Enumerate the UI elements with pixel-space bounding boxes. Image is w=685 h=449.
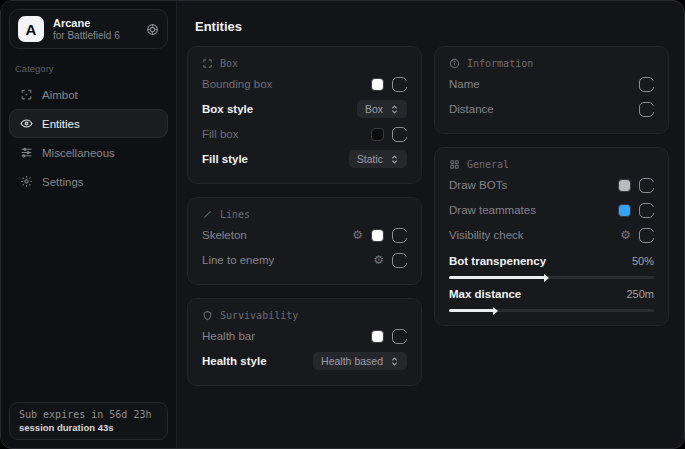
setting-label: Name (449, 78, 480, 90)
health-style-dropdown[interactable]: Health based (313, 352, 407, 370)
section-header: Survivability (220, 310, 298, 321)
distance-checkbox[interactable] (639, 102, 654, 117)
setting-row-box-style: Box style Box (202, 98, 407, 120)
setting-label: Health style (202, 355, 267, 367)
setting-row-draw-bots: Draw BOTs (449, 174, 654, 196)
app-title: Arcane (53, 17, 137, 30)
panel-lines: Lines Skeleton ⚙ Line to enemy (187, 197, 422, 285)
bot-transparency-slider[interactable] (449, 276, 654, 279)
sidebar-item-label: Miscellaneous (42, 147, 115, 159)
setting-label: Max distance (449, 288, 521, 300)
setting-row-bot-transparency: Bot transpenency 50% (449, 252, 654, 279)
sidebar-item-settings[interactable]: Settings (9, 167, 168, 196)
setting-row-fill-box: Fill box (202, 123, 407, 145)
shield-icon (202, 310, 213, 321)
setting-label: Distance (449, 103, 494, 115)
session-duration-text: session duration 43s (19, 422, 158, 433)
dropdown-value: Box (365, 103, 383, 115)
section-header: Information (467, 58, 533, 69)
page-title: Entities (195, 19, 669, 34)
dropdown-value: Static (357, 153, 383, 165)
line-to-enemy-checkbox[interactable] (392, 253, 407, 268)
setting-row-skeleton: Skeleton ⚙ (202, 224, 407, 246)
color-swatch[interactable] (618, 204, 631, 217)
draw-teammates-checkbox[interactable] (639, 203, 654, 218)
line-config-gear-icon[interactable]: ⚙ (373, 254, 384, 266)
health-bar-checkbox[interactable] (392, 329, 407, 344)
sidebar-item-label: Entities (42, 118, 80, 130)
lifebuoy-icon[interactable] (146, 23, 159, 36)
box-style-dropdown[interactable]: Box (357, 100, 407, 118)
section-header: Lines (220, 209, 250, 220)
sidebar-item-label: Aimbot (42, 89, 78, 101)
setting-label: Visibility check (449, 229, 524, 241)
setting-label: Draw teammates (449, 204, 536, 216)
visibility-check-checkbox[interactable] (639, 228, 654, 243)
slider-value: 50% (632, 255, 654, 267)
fill-style-dropdown[interactable]: Static (349, 150, 407, 168)
panel-information: Information Name Distance (434, 46, 669, 134)
sidebar-item-label: Settings (42, 176, 84, 188)
unfold-icon (390, 104, 399, 115)
app-logo-card: A Arcane for Battlefield 6 (9, 9, 168, 49)
color-swatch[interactable] (371, 128, 384, 141)
setting-label: Fill style (202, 153, 248, 165)
setting-label: Draw BOTs (449, 179, 507, 191)
setting-label: Line to enemy (202, 254, 274, 266)
sliders-icon (19, 146, 33, 159)
dropdown-value: Health based (321, 355, 383, 367)
skeleton-config-gear-icon[interactable]: ⚙ (352, 229, 363, 241)
setting-row-name: Name (449, 73, 654, 95)
setting-row-draw-teammates: Draw teammates (449, 199, 654, 221)
setting-label: Health bar (202, 330, 255, 342)
setting-label: Skeleton (202, 229, 247, 241)
setting-row-health-style: Health style Health based (202, 350, 407, 372)
name-checkbox[interactable] (639, 77, 654, 92)
color-swatch[interactable] (618, 179, 631, 192)
gear-icon (19, 175, 33, 188)
color-swatch[interactable] (371, 330, 384, 343)
fill-box-checkbox[interactable] (392, 127, 407, 142)
panel-box: Box Bounding box Box style (187, 46, 422, 184)
color-swatch[interactable] (371, 78, 384, 91)
app-logo: A (18, 16, 44, 42)
line-icon (202, 209, 213, 220)
setting-row-line-to-enemy: Line to enemy ⚙ (202, 249, 407, 271)
section-header: Box (220, 58, 238, 69)
setting-row-bounding-box: Bounding box (202, 73, 407, 95)
crosshair-icon (19, 88, 33, 101)
slider-value: 250m (626, 288, 654, 300)
setting-row-distance: Distance (449, 98, 654, 120)
panel-general: General Draw BOTs Draw teammates (434, 147, 669, 326)
max-distance-slider[interactable] (449, 309, 654, 312)
sidebar: A Arcane for Battlefield 6 Category Aimb (1, 1, 177, 448)
setting-label: Bot transpenency (449, 255, 546, 267)
sidebar-item-miscellaneous[interactable]: Miscellaneous (9, 138, 168, 167)
info-icon (449, 58, 460, 69)
section-header: General (467, 159, 509, 170)
skeleton-checkbox[interactable] (392, 228, 407, 243)
visibility-config-gear-icon[interactable]: ⚙ (620, 229, 631, 241)
draw-bots-checkbox[interactable] (639, 178, 654, 193)
sub-expires-text: Sub expires in 56d 23h (19, 409, 158, 420)
subscription-info-box: Sub expires in 56d 23h session duration … (9, 402, 168, 440)
sidebar-item-aimbot[interactable]: Aimbot (9, 80, 168, 109)
app-window: A Arcane for Battlefield 6 Category Aimb (0, 0, 685, 449)
box-scan-icon (202, 58, 213, 69)
unfold-icon (390, 154, 399, 165)
category-label: Category (15, 63, 162, 74)
sidebar-item-entities[interactable]: Entities (9, 109, 168, 138)
setting-label: Fill box (202, 128, 238, 140)
main-content: Entities Box Bounding box (177, 1, 684, 448)
eye-icon (19, 117, 33, 130)
color-swatch[interactable] (371, 229, 384, 242)
bounding-box-checkbox[interactable] (392, 77, 407, 92)
setting-row-max-distance: Max distance 250m (449, 285, 654, 312)
slider-fill (449, 276, 545, 279)
setting-label: Bounding box (202, 78, 272, 90)
setting-row-fill-style: Fill style Static (202, 148, 407, 170)
setting-label: Box style (202, 103, 253, 115)
grid-icon (449, 159, 460, 170)
setting-row-visibility-check: Visibility check ⚙ (449, 224, 654, 246)
slider-fill (449, 309, 494, 312)
